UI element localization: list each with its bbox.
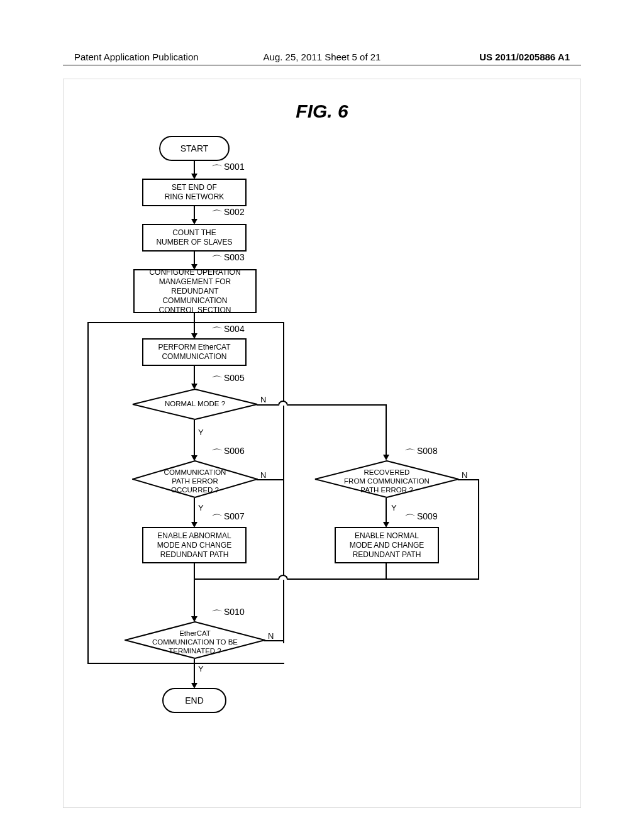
figure-title: FIG. 6 xyxy=(0,101,644,122)
edge-merge-920 xyxy=(194,578,279,580)
step-label-s004: S004 xyxy=(224,324,245,334)
node-start-label: START xyxy=(180,143,209,153)
node-end: END xyxy=(162,688,226,713)
node-s003-label: CONFIGURE OPERATION MANAGEMENT FOR REDUN… xyxy=(138,268,252,315)
branch-label-y: Y xyxy=(198,664,204,673)
edge-s010n-bottom xyxy=(87,663,284,664)
header-rule xyxy=(63,65,581,65)
header-right: US 2011/0205886 A1 xyxy=(479,52,570,62)
node-s002-label: COUNT THE NUMBER OF SLAVES xyxy=(156,228,232,247)
step-label-s007: S007 xyxy=(224,511,245,521)
node-s005: NORMAL MODE ? xyxy=(132,389,258,420)
edge-s002-s003 xyxy=(194,252,195,265)
node-s010: EtherCAT COMMUNICATION TO BE TERMINATED … xyxy=(125,621,265,659)
header-center-text: Aug. 25, 2011 Sheet 5 of 21 xyxy=(264,52,381,62)
connector-tilde-icon: ⌒ xyxy=(211,324,223,340)
svg-marker-2 xyxy=(315,461,458,497)
step-label-s006: S006 xyxy=(224,446,245,456)
edge-s003-s004 xyxy=(194,313,195,335)
edge-right-loop-top xyxy=(194,322,284,323)
node-s009-label: ENABLE NORMAL MODE AND CHANGE REDUNDANT … xyxy=(350,531,425,560)
node-s002: COUNT THE NUMBER OF SLAVES xyxy=(142,224,247,252)
connector-tilde-icon: ⌒ xyxy=(211,446,223,462)
svg-marker-3 xyxy=(125,622,265,658)
edge-s005-s006 xyxy=(194,420,195,456)
connector-tilde-icon: ⌒ xyxy=(211,253,223,268)
step-label-s008: S008 xyxy=(417,446,438,456)
edge-s004-s005 xyxy=(194,366,195,385)
branch-label-n: N xyxy=(260,395,266,404)
edge-right-loop xyxy=(283,322,284,643)
node-s007: ENABLE ABNORMAL MODE AND CHANGE REDUNDAN… xyxy=(142,527,247,563)
branch-label-n: N xyxy=(268,631,274,641)
node-start: START xyxy=(159,136,230,161)
svg-marker-0 xyxy=(133,389,257,419)
node-s004: PERFORM EtherCAT COMMUNICATION xyxy=(142,338,247,366)
arrowhead-icon xyxy=(383,455,389,460)
edge-s006-s007 xyxy=(194,498,195,523)
connector-tilde-icon: ⌒ xyxy=(211,208,223,223)
edge-start-s001 xyxy=(194,161,195,175)
figure-canvas xyxy=(63,79,581,808)
connector-tilde-icon: ⌒ xyxy=(211,512,223,527)
node-s006: COMMUNICATION PATH ERROR OCCURRED ? xyxy=(132,460,258,498)
step-label-s001: S001 xyxy=(224,162,245,172)
edge-s009-down xyxy=(386,563,387,580)
node-s001: SET END OF RING NETWORK xyxy=(142,179,247,206)
edge-s010n-left xyxy=(87,322,89,664)
step-label-s002: S002 xyxy=(224,207,245,217)
edge-s008n-d xyxy=(478,479,479,580)
step-label-s005: S005 xyxy=(224,373,245,383)
edge-s006n xyxy=(257,479,284,480)
edge-s010-end xyxy=(194,659,195,684)
edge-s010n-stub xyxy=(283,640,284,643)
node-s001-label: SET END OF RING NETWORK xyxy=(165,183,225,202)
node-s004-label: PERFORM EtherCAT COMMUNICATION xyxy=(158,343,230,362)
node-s007-label: ENABLE ABNORMAL MODE AND CHANGE REDUNDAN… xyxy=(157,531,232,560)
edge-s010n-right xyxy=(264,640,284,641)
step-label-s010: S010 xyxy=(224,607,245,617)
edge-s008n-l xyxy=(386,578,479,580)
branch-label-n: N xyxy=(462,470,467,480)
edge-s005n-down xyxy=(386,404,387,456)
branch-label-y: Y xyxy=(391,503,397,512)
connector-tilde-icon: ⌒ xyxy=(211,162,223,177)
connector-tilde-icon: ⌒ xyxy=(211,374,223,389)
node-end-label: END xyxy=(185,695,204,706)
branch-label-y: Y xyxy=(198,428,204,437)
node-s008: RECOVERED FROM COMMUNICATION PATH ERROR … xyxy=(314,460,459,498)
edge-merge-s010 xyxy=(194,578,195,617)
node-s009: ENABLE NORMAL MODE AND CHANGE REDUNDANT … xyxy=(335,527,439,563)
connector-tilde-icon: ⌒ xyxy=(404,512,416,527)
branch-label-n: N xyxy=(260,470,266,480)
node-s003: CONFIGURE OPERATION MANAGEMENT FOR REDUN… xyxy=(133,269,257,313)
edge-s005n-seg2 xyxy=(288,404,387,406)
step-label-s009: S009 xyxy=(417,511,438,521)
edge-s001-s002 xyxy=(194,206,195,220)
edge-s009-left xyxy=(288,578,387,580)
branch-label-y: Y xyxy=(198,503,204,512)
edge-s008n-r xyxy=(458,479,479,480)
connector-tilde-icon: ⌒ xyxy=(211,607,223,622)
edge-s005n-seg1 xyxy=(257,404,278,406)
edge-s008-s009 xyxy=(386,498,387,523)
edge-s010n-top xyxy=(87,322,194,323)
connector-tilde-icon: ⌒ xyxy=(404,446,416,462)
step-label-s003: S003 xyxy=(224,252,245,262)
svg-marker-1 xyxy=(133,461,257,497)
